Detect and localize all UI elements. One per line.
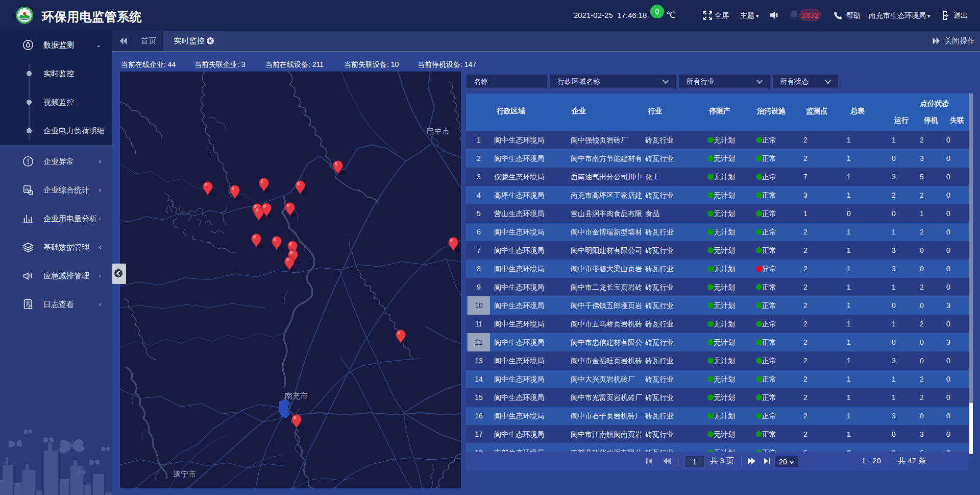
svg-text:南充市: 南充市 — [285, 391, 308, 400]
svg-text:遂宁市: 遂宁市 — [173, 469, 196, 478]
svg-text:巴中市: 巴中市 — [427, 127, 450, 135]
